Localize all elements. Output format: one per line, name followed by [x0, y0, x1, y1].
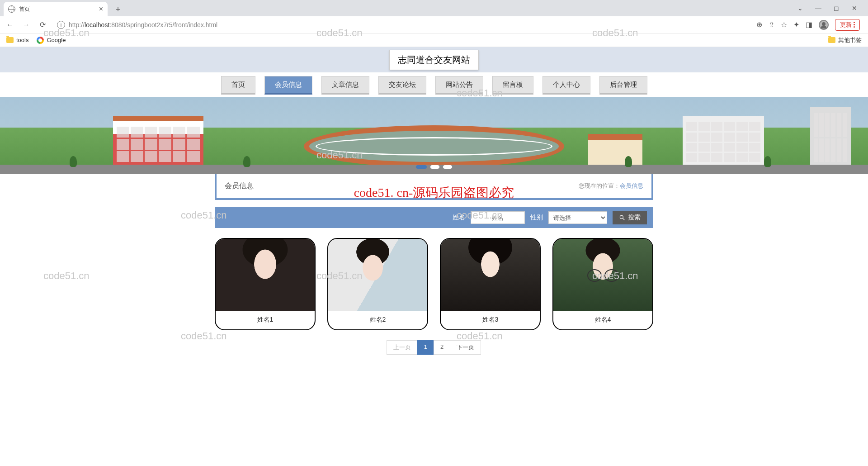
site-title: 志同道合交友网站 — [389, 50, 479, 70]
browser-tab-bar: 首页 × + ⌄ — ◻ ✕ — [0, 0, 868, 16]
search-button[interactable]: 搜索 — [613, 211, 647, 224]
breadcrumb-link[interactable]: 会员信息 — [620, 182, 643, 189]
member-card[interactable]: 姓名4 — [552, 238, 653, 330]
folder-icon — [828, 37, 835, 43]
globe-icon — [8, 5, 15, 13]
back-button[interactable]: ← — [5, 19, 15, 30]
nav-forum[interactable]: 交友论坛 — [378, 76, 426, 95]
nav-personal[interactable]: 个人中心 — [542, 76, 590, 95]
bookmarks-bar: tools Google 其他书签 — [0, 33, 868, 47]
member-avatar — [553, 239, 652, 311]
url-input[interactable]: i http://localhost:8080/springboot2x7r5/… — [53, 21, 751, 29]
tab-title: 首页 — [19, 5, 30, 13]
chevron-down-icon[interactable]: ⌄ — [793, 5, 807, 12]
nav-notice[interactable]: 网站公告 — [435, 76, 483, 95]
google-icon — [37, 37, 44, 44]
forward-button[interactable]: → — [21, 19, 32, 30]
page-prev[interactable]: 上一页 — [387, 340, 418, 355]
maximize-button[interactable]: ◻ — [829, 5, 844, 12]
site-info-icon[interactable]: i — [57, 21, 65, 29]
close-window-button[interactable]: ✕ — [847, 5, 862, 12]
watermark: code51.cn — [43, 270, 90, 282]
nav-home[interactable]: 首页 — [221, 76, 255, 95]
nav-articles[interactable]: 文章信息 — [321, 76, 369, 95]
nav-guestbook[interactable]: 留言板 — [492, 76, 533, 95]
name-label: 姓名 — [453, 214, 465, 222]
url-scheme: http:// — [69, 21, 85, 29]
carousel-pager[interactable] — [415, 165, 453, 169]
zoom-icon[interactable]: ⊕ — [756, 20, 762, 29]
update-button[interactable]: 更新 — [835, 19, 860, 31]
member-name: 姓名2 — [328, 311, 427, 329]
extensions-icon[interactable]: ✦ — [793, 20, 799, 29]
minimize-button[interactable]: — — [811, 5, 826, 12]
member-grid: 姓名1 姓名2 姓名3 姓名4 — [215, 238, 653, 330]
bookmark-google[interactable]: Google — [37, 37, 66, 44]
member-name: 姓名1 — [216, 311, 315, 329]
page-next[interactable]: 下一页 — [450, 340, 481, 355]
watermark-red: code51. cn-源码乐园盗图必究 — [354, 184, 514, 201]
member-avatar — [216, 239, 315, 311]
star-icon[interactable]: ☆ — [781, 20, 787, 29]
page-2[interactable]: 2 — [434, 340, 450, 355]
banner-carousel[interactable] — [0, 97, 868, 174]
browser-address-bar: ← → ⟳ i http://localhost:8080/springboot… — [0, 16, 868, 33]
svg-line-1 — [623, 219, 625, 220]
new-tab-button[interactable]: + — [111, 3, 125, 16]
browser-tab[interactable]: 首页 × — [4, 2, 108, 16]
banner-image — [0, 97, 868, 174]
search-icon — [619, 214, 625, 221]
breadcrumb-prefix: 您现在的位置： — [579, 182, 620, 189]
site-header: 志同道合交友网站 — [0, 47, 868, 72]
nav-admin[interactable]: 后台管理 — [599, 76, 647, 95]
member-name: 姓名4 — [553, 311, 652, 329]
url-host: localhost — [85, 21, 109, 29]
profile-avatar-icon[interactable] — [819, 20, 829, 30]
member-avatar — [441, 239, 540, 311]
main-nav: 首页 会员信息 文章信息 交友论坛 网站公告 留言板 个人中心 后台管理 — [0, 72, 868, 97]
bookmark-tools[interactable]: tools — [6, 37, 28, 43]
member-avatar — [328, 239, 427, 311]
page-title: 会员信息 — [225, 181, 254, 191]
svg-point-0 — [620, 215, 623, 219]
pagination: 上一页 1 2 下一页 — [215, 340, 653, 355]
gender-select[interactable]: 请选择 — [548, 211, 607, 224]
name-input[interactable] — [471, 211, 525, 224]
reload-button[interactable]: ⟳ — [37, 19, 48, 30]
page-1[interactable]: 1 — [417, 340, 434, 355]
gender-label: 性别 — [530, 214, 543, 222]
member-card[interactable]: 姓名1 — [215, 238, 316, 330]
nav-members[interactable]: 会员信息 — [264, 76, 312, 95]
folder-icon — [6, 37, 14, 43]
bookmark-other[interactable]: 其他书签 — [828, 36, 862, 44]
tab-close-button[interactable]: × — [99, 5, 103, 13]
side-panel-icon[interactable]: ◨ — [806, 20, 812, 29]
search-bar: 姓名 性别 请选择 搜索 — [215, 207, 653, 228]
url-path: :8080/springboot2x7r5/front/index.html — [109, 21, 217, 29]
member-card[interactable]: 姓名3 — [440, 238, 541, 330]
member-card[interactable]: 姓名2 — [327, 238, 428, 330]
member-name: 姓名3 — [441, 311, 540, 329]
share-icon[interactable]: ⇪ — [769, 20, 774, 29]
